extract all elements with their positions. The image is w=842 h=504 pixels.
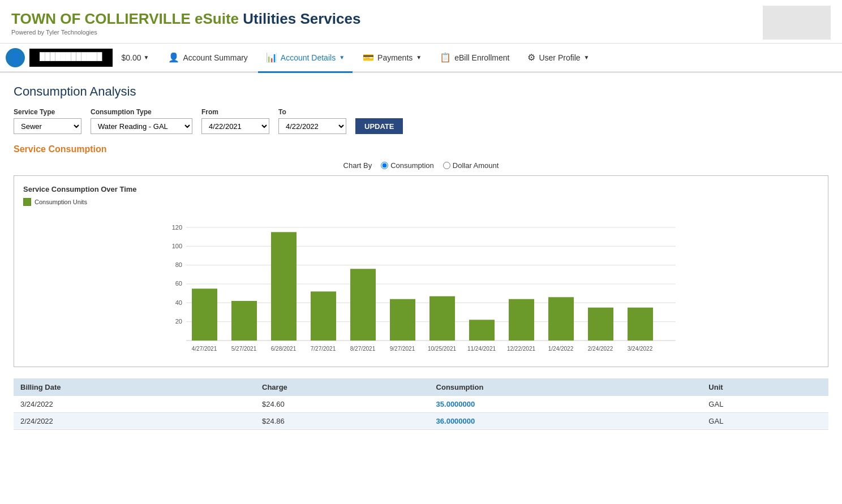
chart-by-dollar-text: Dollar Amount [453, 161, 499, 170]
cell-unit-1: GAL [702, 396, 828, 413]
billing-table: Billing Date Charge Consumption Unit 3/2… [14, 378, 828, 430]
x-label-11: 2/24/2022 [588, 346, 613, 352]
balance-display[interactable]: $0.00 ▼ [122, 53, 149, 62]
account-details-icon: 📊 [266, 52, 277, 63]
x-label-4: 7/27/2021 [311, 346, 336, 352]
x-label-6: 9/27/2021 [390, 346, 415, 352]
building-image [763, 6, 831, 40]
cell-unit-2: GAL [702, 413, 828, 430]
table-header-row: Billing Date Charge Consumption Unit [14, 378, 828, 396]
table-body: 3/24/2022 $24.60 35.0000000 GAL 2/24/202… [14, 396, 828, 430]
filters-row: Service Type Sewer Water Consumption Typ… [14, 108, 828, 134]
bar-4 [311, 291, 336, 341]
y-label-120: 120 [172, 224, 182, 231]
bar-8 [469, 320, 495, 341]
chart-container: Service Consumption Over Time Consumptio… [14, 175, 828, 367]
chart-legend: Consumption Units [23, 198, 819, 206]
cell-billing-date-1: 3/24/2022 [14, 396, 255, 413]
y-label-100: 100 [172, 243, 182, 249]
table-header: Billing Date Charge Consumption Unit [14, 378, 828, 396]
nav-item-payments[interactable]: 💳 Payments ▼ [355, 44, 429, 73]
chart-by-consumption-label[interactable]: Consumption [381, 161, 434, 170]
logo-part1: TOWN OF COLLIERVILLE eSuite [11, 10, 239, 27]
from-label: From [201, 108, 269, 116]
logo-part2: Utilities Services [243, 10, 360, 27]
service-type-group: Service Type Sewer Water [14, 108, 81, 134]
service-consumption-title: Service Consumption [14, 144, 828, 154]
main-content: Consumption Analysis Service Type Sewer … [0, 73, 842, 441]
chart-by-consumption-text: Consumption [390, 161, 434, 170]
chart-by-consumption-radio[interactable] [381, 162, 388, 169]
nav-item-label: eBill Enrollment [454, 53, 509, 62]
update-button[interactable]: UPDATE [355, 118, 403, 134]
bar-5 [350, 269, 376, 341]
service-type-select[interactable]: Sewer Water [14, 118, 81, 134]
x-label-12: 3/24/2022 [628, 346, 653, 352]
legend-color-box [23, 198, 31, 206]
col-consumption: Consumption [429, 378, 702, 396]
bar-7 [429, 296, 455, 341]
bar-11 [588, 308, 613, 341]
chart-svg-area: 120 100 80 60 40 20 [23, 210, 819, 357]
col-charge: Charge [255, 378, 429, 396]
logo-title: TOWN OF COLLIERVILLE eSuite Utilities Se… [11, 10, 763, 28]
bar-12 [628, 308, 653, 341]
col-billing-date: Billing Date [14, 378, 255, 396]
consumption-type-select[interactable]: Water Reading - GAL Dollar Amount [91, 118, 192, 134]
top-header: TOWN OF COLLIERVILLE eSuite Utilities Se… [0, 0, 842, 44]
x-label-1: 4/27/2021 [192, 346, 217, 352]
y-label-40: 40 [175, 299, 182, 306]
cell-billing-date-2: 2/24/2022 [14, 413, 255, 430]
user-profile-caret: ▼ [584, 54, 590, 61]
bar-1 [192, 288, 217, 341]
bar-10 [548, 297, 574, 341]
x-label-3: 6/28/2021 [271, 346, 297, 352]
logo-area: TOWN OF COLLIERVILLE eSuite Utilities Se… [11, 10, 763, 36]
chart-by-dollar-label[interactable]: Dollar Amount [443, 161, 499, 170]
bar-chart-svg: 120 100 80 60 40 20 [23, 210, 819, 357]
y-label-80: 80 [175, 261, 182, 268]
account-summary-icon: 👤 [168, 52, 179, 63]
x-label-9: 12/22/2021 [507, 346, 535, 352]
nav-item-account-details[interactable]: 📊 Account Details ▼ [258, 44, 353, 73]
bar-2 [231, 301, 257, 341]
from-date-group: From 4/22/2021 [201, 108, 269, 134]
logo-subtitle: Powered by Tyler Technologies [11, 29, 763, 36]
col-unit: Unit [702, 378, 828, 396]
x-label-5: 8/27/2021 [350, 346, 376, 352]
chart-by-dollar-radio[interactable] [443, 162, 450, 169]
user-avatar-icon[interactable]: 👤 [6, 48, 25, 67]
nav-item-user-profile[interactable]: ⚙ User Profile ▼ [519, 44, 597, 73]
nav-items: 👤 Account Summary 📊 Account Details ▼ 💳 … [160, 44, 597, 71]
bar-6 [390, 299, 415, 341]
table-row: 2/24/2022 $24.86 36.0000000 GAL [14, 413, 828, 430]
x-label-7: 10/25/2021 [428, 346, 456, 352]
cell-charge-2: $24.86 [255, 413, 429, 430]
table-row: 3/24/2022 $24.60 35.0000000 GAL [14, 396, 828, 413]
nav-item-label: Payments [377, 53, 413, 62]
legend-label: Consumption Units [35, 199, 87, 205]
x-label-8: 11/24/2021 [467, 346, 496, 352]
x-label-10: 1/24/2022 [548, 346, 574, 352]
from-date-select[interactable]: 4/22/2021 [201, 118, 269, 134]
cell-consumption-1: 35.0000000 [429, 396, 702, 413]
chart-by-label: Chart By [343, 161, 372, 170]
user-profile-icon: ⚙ [527, 52, 535, 63]
page-title: Consumption Analysis [14, 84, 828, 99]
x-label-2: 5/27/2021 [231, 346, 257, 352]
account-box[interactable]: ████████████ [29, 49, 113, 67]
nav-item-ebill[interactable]: 📋 eBill Enrollment [432, 44, 517, 73]
payments-icon: 💳 [363, 52, 374, 63]
nav-item-label: Account Details [281, 53, 336, 62]
balance-value: $0.00 [122, 53, 141, 62]
nav-item-label: Account Summary [183, 53, 247, 62]
nav-item-account-summary[interactable]: 👤 Account Summary [160, 44, 255, 73]
service-type-label: Service Type [14, 108, 81, 116]
balance-caret: ▼ [144, 54, 149, 61]
chart-by-row: Chart By Consumption Dollar Amount [14, 161, 828, 170]
nav-bar: 👤 ████████████ $0.00 ▼ 👤 Account Summary… [0, 44, 842, 73]
to-date-group: To 4/22/2022 [278, 108, 346, 134]
to-date-select[interactable]: 4/22/2022 [278, 118, 346, 134]
y-label-60: 60 [175, 280, 182, 287]
payments-caret: ▼ [416, 54, 422, 61]
